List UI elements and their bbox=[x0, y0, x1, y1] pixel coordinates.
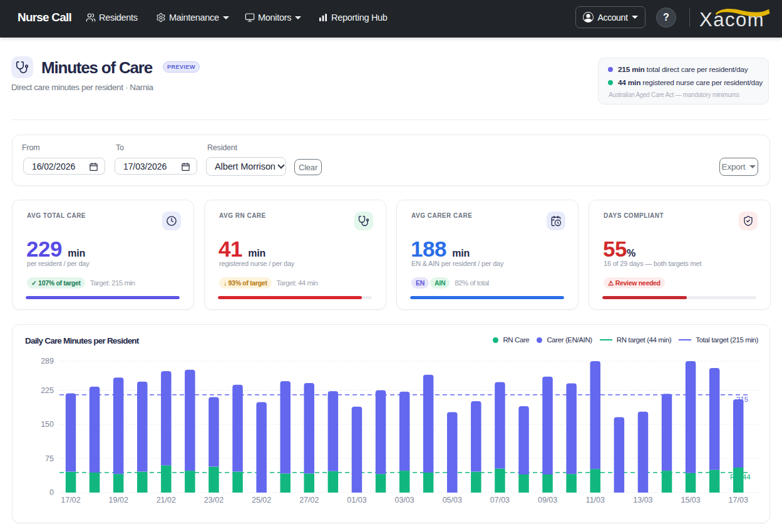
svg-text:11/03: 11/03 bbox=[586, 496, 605, 504]
svg-text:05/03: 05/03 bbox=[443, 496, 462, 504]
svg-text:17/02: 17/02 bbox=[61, 496, 80, 504]
svg-text:09/03: 09/03 bbox=[538, 496, 557, 504]
svg-text:19/02: 19/02 bbox=[109, 496, 128, 504]
svg-text:13/03: 13/03 bbox=[633, 496, 652, 504]
svg-text:01/03: 01/03 bbox=[347, 496, 366, 504]
svg-text:25/02: 25/02 bbox=[252, 496, 271, 504]
svg-text:15/03: 15/03 bbox=[681, 496, 700, 504]
svg-text:75: 75 bbox=[45, 454, 54, 463]
svg-text:17/03: 17/03 bbox=[729, 496, 748, 504]
svg-text:150: 150 bbox=[41, 420, 54, 429]
svg-text:27/02: 27/02 bbox=[299, 496, 319, 504]
svg-text:21/02: 21/02 bbox=[157, 496, 176, 504]
svg-text:07/03: 07/03 bbox=[490, 496, 510, 504]
svg-text:289: 289 bbox=[41, 357, 54, 366]
svg-text:225: 225 bbox=[41, 386, 54, 395]
svg-text:23/02: 23/02 bbox=[204, 496, 224, 504]
svg-text:03/03: 03/03 bbox=[394, 496, 414, 504]
svg-text:0: 0 bbox=[49, 488, 54, 497]
